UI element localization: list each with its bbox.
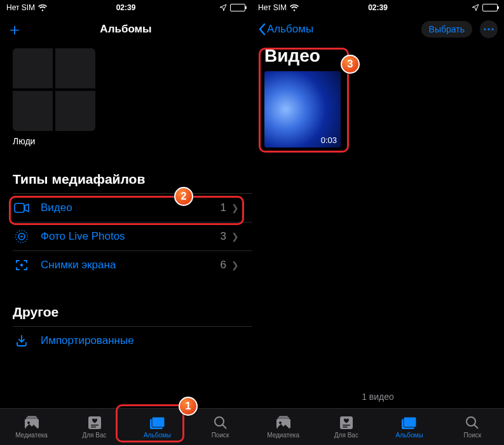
search-icon — [214, 415, 228, 430]
add-album-button[interactable]: ＋ — [6, 18, 23, 41]
section-header-other: Другое — [0, 305, 252, 320]
svg-point-16 — [487, 28, 489, 30]
svg-rect-0 — [15, 203, 24, 212]
more-button[interactable] — [480, 20, 498, 38]
tab-label: Альбомы — [396, 432, 423, 439]
status-time: 02:39 — [0, 3, 252, 12]
albums-icon — [149, 415, 166, 430]
screen-albums: Нет SIM 02:39 ＋ Альбомы — [0, 0, 252, 445]
tab-albums[interactable]: Альбомы — [378, 409, 441, 445]
battery-icon — [482, 4, 498, 11]
svg-point-3 — [20, 235, 22, 237]
row-count: 1 — [221, 202, 226, 214]
live-photos-icon — [13, 229, 31, 243]
svg-point-17 — [491, 28, 493, 30]
album-title: Видео — [252, 43, 504, 71]
row-label: Снимки экрана — [41, 259, 221, 271]
screen-video-album: Нет SIM 02:39 Альбомы Выбрать — [252, 0, 504, 445]
people-cell — [55, 91, 95, 131]
tab-search[interactable]: Поиск — [189, 409, 252, 445]
video-duration: 0:03 — [321, 135, 337, 145]
status-time: 02:39 — [252, 3, 504, 12]
for-you-icon — [88, 415, 102, 430]
tab-label: Поиск — [464, 432, 482, 439]
video-thumbnail[interactable]: 0:03 — [264, 71, 341, 147]
row-label: Фото Live Photos — [41, 230, 221, 243]
tab-for-you[interactable]: Для Вас — [315, 409, 378, 445]
svg-point-21 — [279, 421, 282, 424]
svg-rect-10 — [91, 425, 99, 426]
chevron-left-icon — [258, 23, 266, 36]
row-count: 6 — [221, 259, 226, 271]
page-title: Альбомы — [100, 23, 151, 36]
screenshot-icon — [13, 258, 31, 272]
tab-label: Медиатека — [15, 432, 48, 439]
tab-bar: Медиатека Для Вас Альбомы Поиск — [252, 408, 504, 445]
tab-bar: Медиатека Для Вас Альбомы Поиск — [0, 408, 252, 445]
tab-label: Медиатека — [267, 432, 299, 439]
tab-albums[interactable]: Альбомы — [126, 409, 189, 445]
tab-label: Для Вас — [334, 432, 358, 439]
select-button[interactable]: Выбрать — [421, 21, 472, 38]
row-screenshots[interactable]: Снимки экрана 6 ❯ — [0, 251, 252, 279]
svg-rect-11 — [91, 427, 96, 428]
tab-search[interactable]: Поиск — [441, 409, 504, 445]
svg-rect-23 — [343, 425, 350, 426]
row-imported[interactable]: Импортированные — [0, 327, 252, 355]
svg-rect-19 — [278, 418, 289, 419]
tab-label: Поиск — [212, 432, 229, 439]
section-header-media-types: Типы медиафайлов — [0, 172, 252, 187]
row-label: Импортированные — [41, 334, 239, 347]
content-area: Видео 0:03 1 видео — [252, 43, 504, 408]
content-area: Люди Типы медиафайлов Видео 1 ❯ Фото Liv… — [0, 43, 252, 408]
row-video[interactable]: Видео 1 ❯ — [0, 194, 252, 222]
people-cell — [13, 48, 53, 88]
video-icon — [13, 203, 31, 213]
svg-rect-6 — [26, 418, 37, 419]
row-live-photos[interactable]: Фото Live Photos 3 ❯ — [0, 222, 252, 250]
status-bar: Нет SIM 02:39 — [252, 0, 504, 15]
svg-rect-26 — [404, 417, 416, 427]
back-label: Альбомы — [267, 23, 313, 36]
people-cell — [55, 48, 95, 88]
import-icon — [13, 334, 31, 348]
people-grid — [13, 48, 95, 131]
ellipsis-icon — [484, 28, 494, 31]
tab-label: Для Вас — [82, 432, 106, 439]
nav-bar: ＋ Альбомы — [0, 15, 252, 43]
for-you-icon — [339, 415, 353, 430]
svg-rect-20 — [279, 416, 288, 418]
svg-rect-13 — [152, 417, 165, 427]
tab-library[interactable]: Медиатека — [0, 409, 63, 445]
nav-bar: Альбомы Выбрать — [252, 15, 504, 43]
people-label: Люди — [13, 136, 239, 146]
svg-point-8 — [27, 421, 30, 424]
chevron-right-icon: ❯ — [231, 231, 239, 242]
chevron-right-icon: ❯ — [231, 203, 239, 213]
library-icon — [275, 415, 292, 430]
chevron-right-icon: ❯ — [231, 260, 239, 270]
svg-rect-7 — [27, 416, 36, 418]
tab-for-you[interactable]: Для Вас — [63, 409, 126, 445]
status-bar: Нет SIM 02:39 — [0, 0, 252, 15]
back-button[interactable]: Альбомы — [258, 23, 313, 36]
svg-point-4 — [20, 264, 23, 266]
footer-count: 1 видео — [252, 392, 504, 402]
tab-library[interactable]: Медиатека — [252, 409, 315, 445]
row-label: Видео — [41, 202, 221, 214]
battery-icon — [230, 4, 245, 11]
library-icon — [24, 415, 40, 430]
svg-rect-24 — [343, 427, 348, 428]
albums-icon — [401, 415, 418, 430]
people-album[interactable]: Люди — [0, 43, 252, 146]
svg-point-15 — [484, 28, 486, 30]
tab-label: Альбомы — [144, 432, 171, 439]
search-icon — [465, 415, 479, 430]
row-count: 3 — [221, 230, 226, 243]
people-cell — [13, 91, 53, 131]
